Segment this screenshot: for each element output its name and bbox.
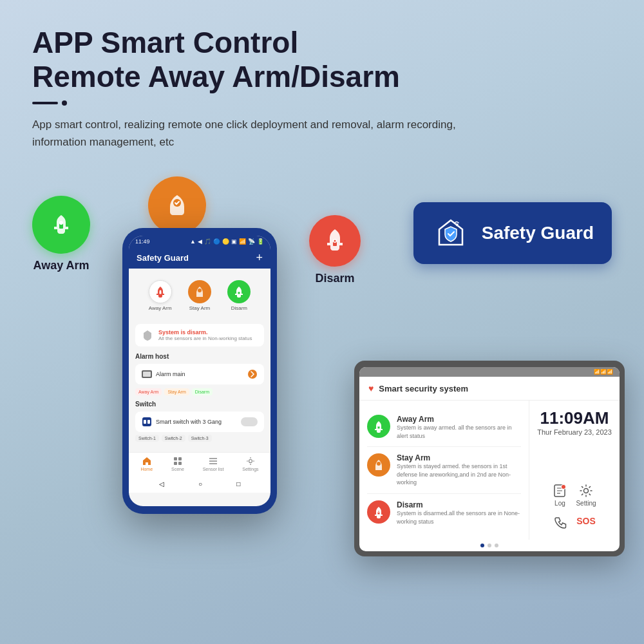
svg-point-7 <box>238 290 240 292</box>
phone-switch-sub: Switch-1 Switch-2 Switch-3 <box>135 435 264 442</box>
svg-rect-3 <box>159 292 161 294</box>
away-arm-icon <box>32 196 90 254</box>
svg-rect-13 <box>147 420 150 424</box>
dot-2 <box>488 544 491 547</box>
svg-point-21 <box>249 460 252 463</box>
tablet-right-panel: 11:09AM Thur February 23, 2023 <box>529 401 620 540</box>
tablet-time: 11:09AM <box>540 408 609 428</box>
away-arm-label: Away Arm <box>33 259 89 272</box>
phone-nav-home[interactable]: Home <box>140 457 153 471</box>
tablet-disarm-icon <box>367 500 390 524</box>
phone-gesture-bar: ◁ ○ □ <box>129 475 270 493</box>
tablet-dots <box>359 540 620 551</box>
tablet-settings-button[interactable]: Setting <box>576 484 596 507</box>
tablet-header: ♥ Smart security system <box>359 377 620 401</box>
phone-content: Away Arm Stay Arm <box>129 269 270 448</box>
tablet-mockup: 📶📶📶 ♥ Smart security system <box>354 361 625 556</box>
svg-rect-26 <box>378 426 380 429</box>
tablet-stay-arm-icon <box>367 453 390 477</box>
phone-outer: 11:49 ▲◀🎵🔵🟡▣ 📶📡🔋 Safety Guard + <box>122 228 277 514</box>
svg-point-25 <box>456 225 457 226</box>
svg-point-24 <box>334 240 336 242</box>
tablet-stay-arm-row[interactable]: Stay Arm System is stayed armed. the sen… <box>367 447 521 494</box>
tablet-disarm-row[interactable]: Disarm System is disarmed.all the sensor… <box>367 494 521 532</box>
dot-3 <box>495 544 498 547</box>
svg-point-37 <box>562 485 565 489</box>
safety-guard-icon <box>431 214 470 252</box>
phone-away-arm[interactable]: Away Arm <box>149 280 172 311</box>
phone-switch-section: Switch Smart switch with 3 Gang <box>135 401 264 442</box>
heart-icon: ♥ <box>368 383 374 393</box>
phone-nav-settings[interactable]: Settings <box>242 457 258 471</box>
disarm-icon <box>309 215 361 267</box>
svg-rect-14 <box>174 457 177 460</box>
tablet-away-arm-icon <box>367 415 390 438</box>
decorator-line <box>32 102 58 104</box>
tablet-call-button[interactable] <box>553 516 567 532</box>
svg-rect-17 <box>178 462 182 465</box>
phone-system-status: System is disarm. All the sensors are in… <box>135 324 264 346</box>
away-arm-feature: Away Arm <box>32 196 90 272</box>
tablet-left-panel: Away Arm System is away armed. all the s… <box>359 401 529 540</box>
tablet-status-bar: 📶📶📶 <box>359 367 620 377</box>
safety-guard-label: Safety Guard <box>482 223 594 243</box>
phone-add-button[interactable]: + <box>256 251 263 265</box>
tablet-sos-button[interactable]: SOS <box>576 516 596 532</box>
phone-icons-row: Away Arm Stay Arm <box>135 275 264 316</box>
svg-point-4 <box>159 290 161 292</box>
svg-point-10 <box>248 370 257 379</box>
svg-rect-15 <box>178 457 182 460</box>
svg-rect-16 <box>174 462 177 465</box>
disarm-label: Disarm <box>315 272 354 285</box>
page-title: APP Smart Control Remote Away Arm/Disarm <box>32 26 612 94</box>
phone-alarm-main[interactable]: Alarm main <box>135 364 264 384</box>
svg-rect-9 <box>143 372 151 377</box>
phone-disarm[interactable]: Disarm <box>227 280 251 311</box>
disarm-feature: Disarm <box>309 215 361 285</box>
decorator-dot <box>62 100 67 106</box>
phone-nav-sensor[interactable]: Sensor list <box>203 457 224 471</box>
phone-mockup: 11:49 ▲◀🎵🔵🟡▣ 📶📡🔋 Safety Guard + <box>122 228 277 514</box>
decorator <box>32 100 612 106</box>
main-container: APP Smart Control Remote Away Arm/Disarm… <box>0 0 644 644</box>
svg-point-1 <box>59 221 63 225</box>
phone-sub-icons: Away Arm Stay Arm Disarm <box>135 388 264 395</box>
tablet-content: Away Arm System is away armed. all the s… <box>359 401 620 540</box>
phone-stay-arm[interactable]: Stay Arm <box>188 280 211 311</box>
features-row: Away Arm Stay Arm 11:49 <box>32 176 612 383</box>
svg-point-27 <box>378 425 380 427</box>
header: APP Smart Control Remote Away Arm/Disarm… <box>32 26 612 151</box>
svg-point-28 <box>377 462 381 466</box>
phone-status-bar: 11:49 ▲◀🎵🔵🟡▣ 📶📡🔋 <box>129 236 270 247</box>
header-description: App smart control, realizing remote one … <box>32 116 483 151</box>
phone-screen: 11:49 ▲◀🎵🔵🟡▣ 📶📡🔋 Safety Guard + <box>129 236 270 506</box>
tablet-date: Thur February 23, 2023 <box>537 428 612 436</box>
svg-point-38 <box>583 489 588 493</box>
phone-toggle[interactable] <box>241 417 258 426</box>
stay-arm-icon <box>148 176 206 234</box>
tablet-away-arm-row[interactable]: Away Arm System is away armed. all the s… <box>367 408 521 447</box>
safety-guard-button[interactable]: Safety Guard <box>413 202 612 264</box>
phone-app-header: Safety Guard + <box>129 247 270 269</box>
phone-bottom-nav: Home Scene Sensor list Settings <box>129 452 270 475</box>
svg-rect-12 <box>144 420 146 424</box>
svg-point-31 <box>378 511 379 512</box>
svg-point-5 <box>198 289 202 292</box>
phone-alarm-host-title: Alarm host <box>135 353 264 360</box>
phone-app-title: Safety Guard <box>137 253 189 263</box>
phone-nav-scene[interactable]: Scene <box>171 457 184 471</box>
phone-switch-item[interactable]: Smart switch with 3 Gang <box>135 412 264 432</box>
svg-rect-6 <box>238 292 240 294</box>
dot-1 <box>480 544 484 547</box>
tablet-log-button[interactable]: Log <box>553 484 567 507</box>
